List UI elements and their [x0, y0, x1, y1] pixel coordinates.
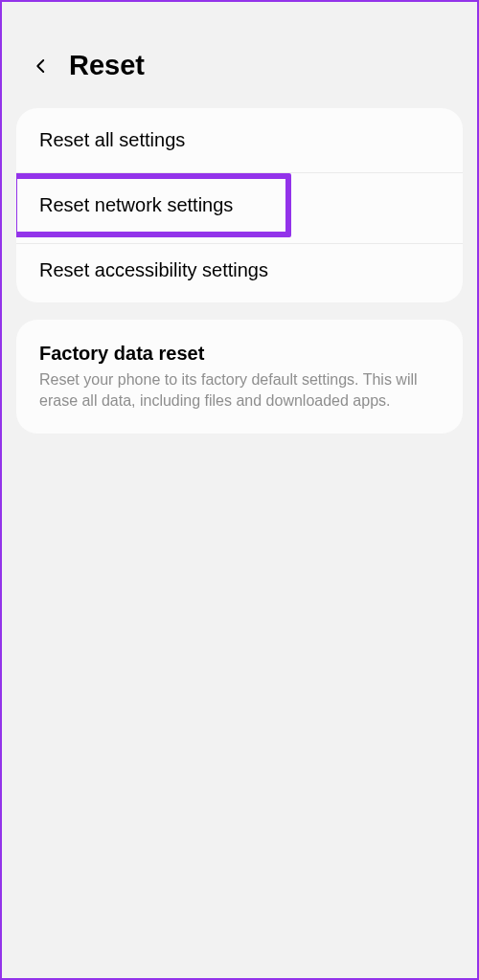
list-item-factory-reset[interactable]: Factory data reset Reset your phone to i… [16, 320, 463, 434]
list-item-reset-accessibility[interactable]: Reset accessibility settings [16, 238, 463, 302]
settings-group-factory: Factory data reset Reset your phone to i… [16, 320, 463, 434]
header: Reset [2, 2, 477, 108]
back-icon[interactable] [31, 56, 52, 77]
list-item-label: Reset network settings [39, 194, 233, 215]
list-item-reset-all[interactable]: Reset all settings [16, 108, 463, 173]
list-item-reset-network[interactable]: Reset network settings [16, 167, 463, 244]
list-item-description: Reset your phone to its factory default … [39, 369, 440, 411]
list-item-label: Reset accessibility settings [39, 259, 268, 280]
settings-group-reset: Reset all settings Reset network setting… [16, 108, 463, 302]
page-title: Reset [69, 50, 145, 81]
list-item-title: Factory data reset [39, 343, 440, 365]
list-item-label: Reset all settings [39, 129, 185, 150]
